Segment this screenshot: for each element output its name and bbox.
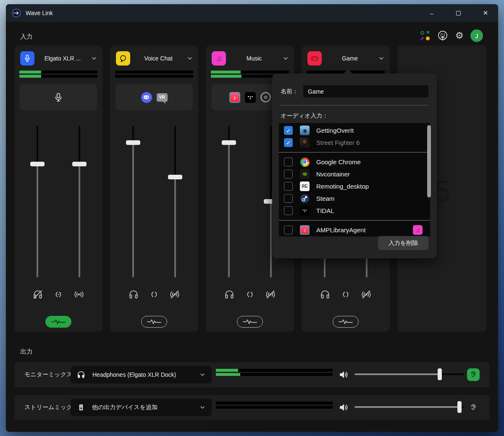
steam-app-icon [300,194,310,203]
stream-volume-slider[interactable] [354,406,464,408]
link-faders-icon[interactable] [341,289,351,299]
account-avatar[interactable]: J [470,29,483,42]
apple-music-app-icon: ♪ [229,92,240,103]
stream-broadcast-icon[interactable] [74,289,84,300]
stream-device-name: 他の出力デバイスを追加 [92,404,199,411]
monitor-mute-icon[interactable] [128,289,139,300]
voice-chat-channel-icon[interactable] [116,51,130,66]
monitor-device-name: Headphones (Elgato XLR Dock) [92,371,199,378]
monitor-mute-icon[interactable] [224,289,235,300]
effects-button[interactable] [141,316,167,328]
audio-input-label: オーディオ入力： [281,112,328,120]
app-checkbox[interactable] [284,226,293,234]
titlebar[interactable]: Wave Link – ✕ [6,4,498,22]
output-section-label: 出力 [20,348,33,356]
link-faders-icon[interactable] [149,289,159,299]
monitor-mix-label: モニターミックス [24,362,72,387]
effects-button-active[interactable] [45,316,71,328]
stream-mute-icon-muted[interactable] [169,289,180,300]
fader-stream[interactable] [174,126,176,277]
app-checkbox[interactable] [284,194,293,203]
vr-app-icon: VR [157,93,168,102]
app-row-gettingoverit[interactable]: ✓ GettingOverIt [279,124,430,137]
app-row-remoting-desktop[interactable]: RE Remoting_desktop [279,180,430,192]
stream-device-dropdown[interactable]: 他の出力デバイスを追加 [71,399,212,416]
chevron-down-icon[interactable] [91,55,97,62]
game-channel-icon[interactable] [307,51,322,66]
stream-mute-icon-muted[interactable] [265,289,276,300]
channel-name: Game [322,55,378,62]
marketplace-icon[interactable]: ✕ ↗ [420,31,430,41]
channel-strip-voice-chat: Voice Chat VR [110,45,198,332]
minimize-button[interactable]: – [422,4,441,22]
monitor-mute-icon[interactable] [320,289,331,300]
fader-handle[interactable] [168,175,182,179]
channel-name: Music [226,55,282,62]
link-faders-icon[interactable] [53,289,63,299]
monitor-volume-slider[interactable] [354,373,464,375]
slider-handle[interactable] [457,401,462,413]
speaker-volume-icon[interactable] [339,402,349,413]
amplibraryagent-app-icon: ♪ [300,225,310,235]
updates-icon[interactable] [437,30,449,42]
chevron-down-icon[interactable] [378,55,385,62]
app-row-tidal[interactable]: TIDAL [279,205,430,217]
monitor-device-dropdown[interactable]: Headphones (Elgato XLR Dock) [71,366,212,383]
input-section-label: 入力 [20,33,33,41]
fader-local[interactable] [228,126,230,277]
channel-name-input[interactable] [303,85,428,97]
settings-gear-icon[interactable]: ⚙ [455,31,464,40]
link-faders-icon[interactable] [245,289,255,299]
delete-input-button[interactable]: 入力を削除 [378,236,428,250]
fader-handle[interactable] [30,162,45,166]
tidal-app-icon [300,206,310,215]
channel-level-meter [115,71,193,79]
fader-handle[interactable] [126,140,140,145]
ring-app-icon [260,92,271,102]
channel-source-box[interactable]: VR [116,84,193,110]
discord-app-icon [141,92,152,103]
slider-handle[interactable] [438,368,442,380]
fader-local[interactable] [37,126,38,277]
close-button[interactable]: ✕ [476,4,495,22]
chevron-down-icon[interactable] [282,55,289,62]
fader-local[interactable] [132,126,134,277]
chevron-down-icon[interactable] [186,55,193,62]
music-channel-icon[interactable]: ♫ [212,51,226,66]
fader-handle[interactable] [72,162,87,166]
monitor-listen-button-active[interactable] [467,368,480,381]
app-checkbox-checked[interactable]: ✓ [284,126,293,135]
stream-listen-button[interactable] [467,401,480,414]
window-title: Wave Link [26,10,53,16]
app-checkbox[interactable] [284,182,293,191]
channel-name: Elgato XLR ... [34,55,91,62]
app-row-google-chrome[interactable]: Google Chrome [279,156,430,168]
tidal-app-icon [245,92,256,103]
stream-mix-row: ストリームミックス 他の出力デバイスを追加 [14,395,490,420]
app-checkbox[interactable] [284,170,293,179]
app-checkbox[interactable] [284,206,293,215]
channel-source-box[interactable] [20,84,97,110]
app-row-steam[interactable]: Steam [279,192,430,205]
app-checkbox[interactable] [284,158,293,166]
effects-button[interactable] [237,316,263,328]
app-row-street-fighter-6[interactable]: ✓ Street Fighter 6 [279,137,430,149]
waveform-icon [242,318,258,325]
monitor-mute-icon-muted[interactable] [32,289,43,300]
stream-mute-icon-muted[interactable] [361,289,372,300]
fader-stream[interactable] [79,126,80,277]
effects-button[interactable] [333,316,359,328]
name-label: 名前： [281,88,298,95]
app-checkbox-checked[interactable]: ✓ [284,138,293,147]
chevron-down-icon [199,404,206,411]
fader-handle[interactable] [222,140,236,145]
speaker-volume-icon[interactable] [339,369,349,380]
app-row-amplibraryagent[interactable]: ♪ AMPLibraryAgent ♫ [279,224,430,236]
mic-channel-icon[interactable] [20,51,34,66]
app-row-nvcontainer[interactable]: Nvcontainer [279,168,430,180]
fader-stream[interactable] [270,126,272,277]
list-scrollbar-thumb[interactable] [427,125,431,197]
wavelink-logo-icon [12,8,21,18]
maximize-button[interactable] [449,4,468,22]
waveform-icon [338,318,354,325]
